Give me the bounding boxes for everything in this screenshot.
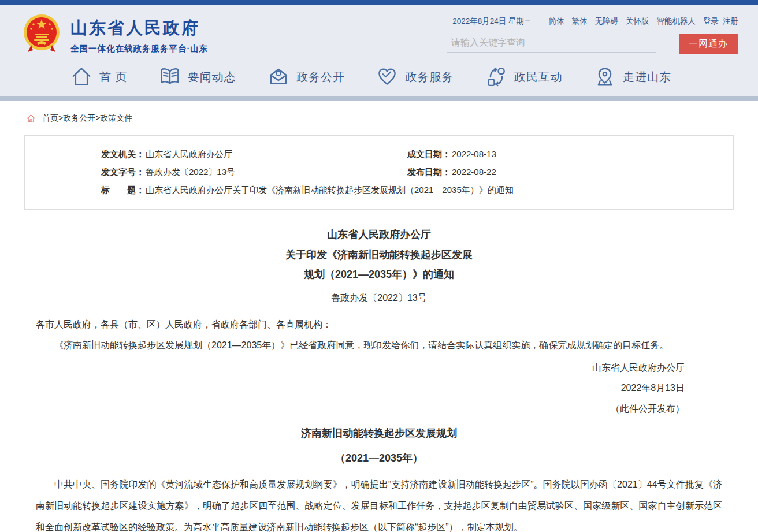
document-body: 山东省人民政府办公厅 关于印发《济南新旧动能转换起步区发展 规划（2021—20… xyxy=(0,210,758,532)
page-content: 首页>政务公开>政策文件 发文机关： 山东省人民政府办公厅 成文日期： 2022… xyxy=(0,101,758,532)
map-pin-icon xyxy=(594,66,616,88)
mail-icon xyxy=(267,66,289,88)
plan-title-line-1: 济南新旧动能转换起步区发展规划 xyxy=(36,423,722,444)
doc-title-label: 标 题： xyxy=(101,181,144,199)
site-title: 山东省人民政府 xyxy=(70,18,208,38)
salutation: 各市人民政府，各县（市、区）人民政府，省政府各部门、各直属机构： xyxy=(36,314,722,336)
publish-date-label: 发布日期： xyxy=(407,163,451,181)
written-date-value: 2022-08-13 xyxy=(452,145,496,163)
nav-label: 政务服务 xyxy=(405,69,454,85)
link-register[interactable]: 注册 xyxy=(723,16,738,27)
brand[interactable]: 山东省人民政府 全国一体化在线政务服务平台·山东 xyxy=(22,12,208,58)
interaction-icon xyxy=(485,66,507,88)
section-divider xyxy=(0,96,758,101)
breadcrumb: 首页>政务公开>政策文件 xyxy=(0,101,758,132)
link-traditional-chinese[interactable]: 繁体 xyxy=(572,16,588,27)
doc-title-value: 山东省人民政府办公厅关于印发《济南新旧动能转换起步区发展规划（2021—2035… xyxy=(146,181,514,199)
nav-item-interaction[interactable]: 政民互动 xyxy=(485,66,563,88)
doc-title-line-3: 规划（2021—2035年）》的通知 xyxy=(36,265,722,285)
nav-label: 走进山东 xyxy=(623,69,671,85)
plan-title-line-2: （2021—2035年） xyxy=(36,448,722,468)
portal-button[interactable]: 一网通办 xyxy=(679,34,738,54)
doc-number-label: 发文字号： xyxy=(101,163,144,181)
book-icon xyxy=(159,66,181,88)
site-subtitle: 全国一体化在线政务服务平台·山东 xyxy=(70,43,208,54)
doc-meta-box: 发文机关： 山东省人民政府办公厅 成文日期： 2022-08-13 发文字号： … xyxy=(24,135,734,210)
doc-title-line-2: 关于印发《济南新旧动能转换起步区发展 xyxy=(36,245,722,265)
nav-label: 首 页 xyxy=(99,69,128,85)
topbar xyxy=(0,0,758,5)
nav-item-gov-info[interactable]: 政务公开 xyxy=(267,66,345,88)
nav-item-news[interactable]: 要闻动态 xyxy=(159,66,236,88)
doc-number-value: 鲁政办发〔2022〕13号 xyxy=(146,163,235,181)
heart-icon xyxy=(376,66,398,88)
top-utility-links: 2022年8月24日 星期三 简体 繁体 无障碍 关怀版 智能机器人 登录 注册 xyxy=(447,16,738,27)
current-date: 2022年8月24日 星期三 xyxy=(452,16,532,27)
signature-block: 山东省人民政府办公厅 2022年8月13日 （此件公开发布） xyxy=(36,358,722,419)
signer: 山东省人民政府办公厅 xyxy=(36,358,685,378)
doc-number-centered: 鲁政办发〔2022〕13号 xyxy=(36,289,722,307)
nav-label: 要闻动态 xyxy=(188,69,236,85)
sign-date: 2022年8月13日 xyxy=(36,378,685,398)
public-release-note: （此件公开发布） xyxy=(36,399,685,419)
search-input[interactable] xyxy=(447,35,656,53)
site-header: 山东省人民政府 全国一体化在线政务服务平台·山东 2022年8月24日 星期三 … xyxy=(0,5,758,64)
link-accessibility[interactable]: 无障碍 xyxy=(595,16,619,27)
paragraph-plan-intro: 中共中央、国务院印发的《黄河流域生态保护和高质量发展规划纲要》，明确提出“支持济… xyxy=(36,474,722,532)
breadcrumb-path[interactable]: 首页>政务公开>政策文件 xyxy=(42,113,132,124)
link-login[interactable]: 登录 xyxy=(703,16,719,27)
link-smart-robot[interactable]: 智能机器人 xyxy=(657,16,696,27)
main-nav: 首 页 要闻动态 xyxy=(0,64,758,96)
issuing-org-label: 发文机关： xyxy=(101,145,144,163)
issuing-org-value: 山东省人民政府办公厅 xyxy=(146,145,232,163)
national-emblem-logo xyxy=(22,12,61,58)
home-icon xyxy=(70,66,92,88)
link-simplified-chinese[interactable]: 简体 xyxy=(549,16,564,27)
breadcrumb-home-icon xyxy=(26,114,36,124)
nav-label: 政务公开 xyxy=(296,69,345,85)
nav-item-gov-services[interactable]: 政务服务 xyxy=(376,66,454,88)
nav-item-discover-shandong[interactable]: 走进山东 xyxy=(594,66,671,88)
written-date-label: 成文日期： xyxy=(407,145,451,163)
nav-label: 政民互动 xyxy=(514,69,563,85)
paragraph-notice: 《济南新旧动能转换起步区发展规划（2021—2035年）》已经省政府同意，现印发… xyxy=(36,335,722,356)
nav-item-home[interactable]: 首 页 xyxy=(70,66,128,88)
link-care-version[interactable]: 关怀版 xyxy=(626,16,649,27)
doc-title-line-1: 山东省人民政府办公厅 xyxy=(36,225,722,245)
publish-date-value: 2022-08-22 xyxy=(452,163,496,181)
